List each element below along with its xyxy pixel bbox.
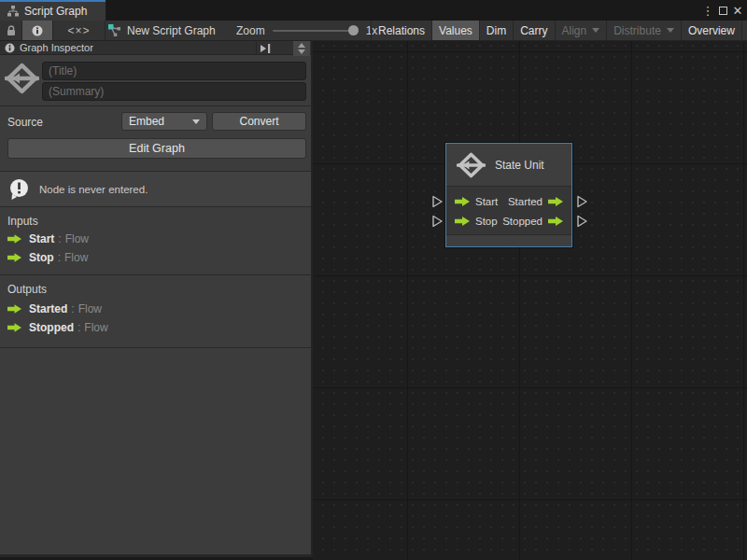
dim-button[interactable]: Dim (479, 21, 513, 40)
node-port-row: Stop Stopped (455, 211, 563, 231)
inputs-header: Inputs (7, 215, 38, 228)
edit-graph-button[interactable]: Edit Graph (7, 138, 306, 159)
state-unit-icon (457, 152, 486, 178)
script-graph-window: Script Graph ⋮ ✕ <×> (0, 0, 747, 560)
external-output-port[interactable] (576, 215, 588, 228)
divider (0, 105, 313, 106)
overview-button[interactable]: Overview (681, 21, 741, 40)
node-title: State Unit (495, 159, 544, 172)
dock-panel-button[interactable] (256, 42, 275, 54)
flow-arrow-icon (7, 234, 21, 244)
source-label: Source (7, 116, 43, 129)
align-button[interactable]: Align (555, 21, 607, 40)
node-footer (446, 234, 571, 246)
zoom-slider[interactable] (273, 30, 359, 32)
node-ports: Start Started Stop Stopped (446, 187, 571, 234)
lock-icon (7, 25, 16, 36)
warning-box: Node is never entered. (0, 171, 311, 207)
fullscreen-button[interactable]: Full Scr (741, 21, 747, 40)
flow-arrow-icon (7, 323, 21, 332)
relations-button[interactable]: Relations (371, 21, 431, 40)
tab-script-graph[interactable]: Script Graph (0, 0, 106, 21)
state-unit-icon (5, 63, 39, 94)
warning-text: Node is never entered. (39, 184, 148, 195)
window-controls: ⋮ ✕ (700, 0, 745, 21)
flow-arrow-icon[interactable] (548, 197, 563, 206)
graph-inspector-panel: Graph Inspector Source Embed (0, 41, 313, 557)
graph-title-group: New Script Graph (107, 21, 216, 40)
code-view-button[interactable]: <×> (53, 21, 106, 40)
inspector-header: Graph Inspector (0, 41, 311, 55)
output-port-row: Stopped : Flow (7, 321, 108, 334)
graph-title: New Script Graph (127, 24, 216, 37)
convert-button[interactable]: Convert (212, 112, 306, 131)
window-menu-icon[interactable]: ⋮ (700, 3, 715, 18)
source-dropdown[interactable]: Embed (121, 112, 207, 131)
tab-bar: Script Graph ⋮ ✕ (0, 0, 747, 21)
carry-button[interactable]: Carry (513, 21, 554, 40)
inspector-title: Graph Inspector (20, 42, 93, 53)
flow-arrow-icon[interactable] (548, 217, 563, 226)
toolbar-right-group: Relations Values Dim Carry Align Distrib… (371, 21, 747, 40)
graph-asset-icon (107, 23, 121, 37)
maximize-icon[interactable] (715, 3, 730, 18)
external-input-port[interactable] (431, 215, 444, 228)
code-view-icon: <×> (67, 24, 90, 37)
flow-arrow-icon[interactable] (455, 197, 470, 206)
inspector-toggle-button[interactable] (22, 21, 53, 40)
external-input-port[interactable] (431, 195, 444, 208)
scroll-up-icon[interactable] (298, 43, 305, 48)
close-icon[interactable]: ✕ (730, 3, 745, 18)
graph-canvas[interactable]: State Unit Start Started Stop (313, 41, 747, 560)
toolbar: <×> New Script Graph Zoom 1x Relations V… (0, 21, 747, 41)
divider (0, 347, 313, 348)
panel-scrollbar[interactable] (293, 41, 310, 56)
outputs-header: Outputs (7, 283, 47, 296)
tab-label: Script Graph (24, 5, 87, 18)
divider (0, 274, 313, 275)
values-button[interactable]: Values (431, 21, 479, 40)
output-port-row: Started : Flow (7, 302, 102, 315)
dock-right-icon (260, 44, 272, 53)
flow-arrow-icon (7, 304, 21, 314)
external-output-port[interactable] (576, 195, 588, 208)
info-icon (5, 43, 15, 53)
node-header: State Unit (446, 144, 571, 187)
node-port-row: Start Started (455, 191, 563, 211)
scroll-down-icon[interactable] (298, 49, 305, 54)
summary-field[interactable] (42, 82, 306, 101)
warning-icon (8, 178, 30, 201)
flow-arrow-icon (7, 253, 21, 262)
script-graph-icon (7, 6, 19, 17)
distribute-button[interactable]: Distribute (606, 21, 681, 40)
state-unit-node[interactable]: State Unit Start Started Stop (445, 143, 572, 247)
title-field[interactable] (42, 62, 306, 80)
chevron-down-icon (592, 28, 599, 33)
input-port-row: Start : Flow (7, 232, 89, 245)
zoom-slider-handle[interactable] (348, 25, 359, 35)
zoom-label: Zoom (236, 24, 265, 37)
info-icon (32, 25, 43, 36)
lock-button[interactable] (0, 21, 22, 40)
input-port-row: Stop : Flow (7, 251, 88, 264)
zoom-control: Zoom 1x (236, 21, 377, 40)
chevron-down-icon (667, 28, 674, 33)
chevron-down-icon (192, 119, 200, 124)
flow-arrow-icon[interactable] (455, 217, 470, 226)
